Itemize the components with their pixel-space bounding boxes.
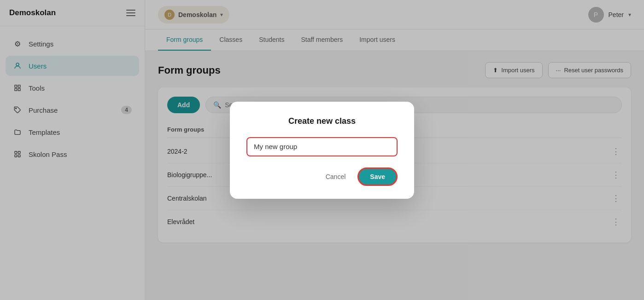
save-button[interactable]: Save: [357, 167, 398, 186]
create-class-modal: Create new class Cancel Save: [230, 102, 414, 199]
modal-footer: Cancel Save: [246, 167, 398, 186]
cancel-button[interactable]: Cancel: [320, 169, 351, 184]
modal-title: Create new class: [246, 116, 398, 126]
class-name-input[interactable]: [254, 143, 390, 150]
modal-input-wrapper: [246, 137, 398, 156]
modal-overlay: Create new class Cancel Save: [0, 0, 644, 300]
